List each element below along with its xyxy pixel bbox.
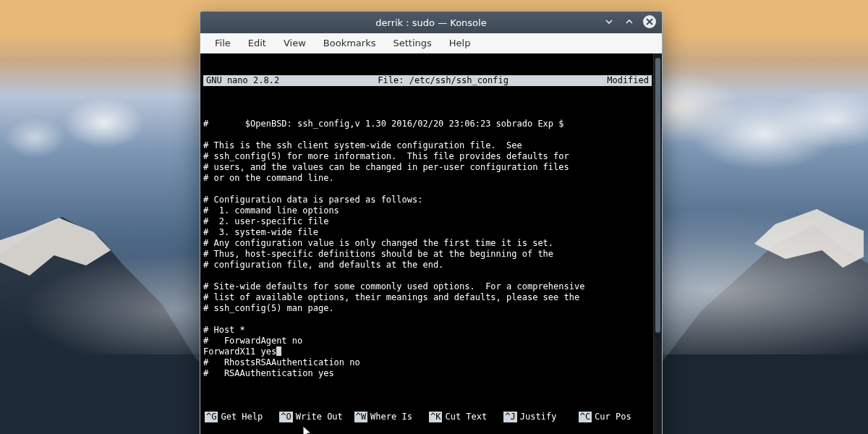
nano-line: # $OpenBSD: ssh_config,v 1.30 2016/02/20… (203, 119, 652, 129)
menu-file[interactable]: File (206, 35, 239, 51)
nano-line: # ForwardAgent no (203, 336, 652, 346)
window-maximize-button[interactable] (623, 15, 636, 28)
menubar: File Edit View Bookmarks Settings Help (200, 33, 662, 54)
text-cursor (276, 346, 281, 356)
nano-line: # or on the command line. (203, 173, 652, 184)
nano-line (203, 184, 652, 195)
nano-line: # 2. user-specific file (203, 216, 652, 227)
shortcut-key: ^O (279, 412, 292, 422)
menu-edit[interactable]: Edit (239, 35, 275, 51)
nano-footer-row-1: ^GGet Help^OWrite Out^WWhere Is^KCut Tex… (203, 412, 652, 422)
window-close-button[interactable] (643, 15, 656, 28)
window-title: derrik : sudo — Konsole (375, 17, 486, 28)
konsole-window: derrik : sudo — Konsole File Edit View B… (200, 11, 663, 434)
nano-shortcut: ^GGet Help (203, 412, 278, 422)
terminal-viewport[interactable]: GNU nano 2.8.2 File: /etc/ssh/ssh_config… (200, 54, 653, 434)
nano-line (203, 379, 652, 390)
menu-settings[interactable]: Settings (384, 35, 440, 51)
shortcut-label: Where Is (370, 412, 412, 422)
nano-line: # Thus, host-specific definitions should… (203, 249, 652, 260)
shortcut-key: ^C (579, 412, 592, 422)
shortcut-label: Cut Text (445, 412, 487, 422)
nano-shortcut: ^JJustify (502, 412, 576, 422)
nano-shortcut: ^KCut Text (427, 412, 502, 422)
nano-line: # RhostsRSAAuthentication no (203, 357, 652, 368)
nano-line (203, 108, 652, 119)
nano-line: # RSAAuthentication yes (203, 368, 652, 379)
menu-bookmarks[interactable]: Bookmarks (315, 35, 385, 51)
shortcut-label: Cur Pos (595, 412, 631, 422)
window-minimize-button[interactable] (603, 15, 616, 28)
nano-line: # ssh_config(5) man page. (203, 303, 652, 314)
nano-line (203, 271, 652, 281)
terminal-scrollbar[interactable] (653, 54, 662, 434)
nano-line: # ssh_config(5) for more information. Th… (203, 151, 652, 162)
menu-view[interactable]: View (275, 35, 315, 51)
nano-line: # configuration file, and defaults at th… (203, 260, 652, 271)
nano-line (203, 129, 652, 140)
nano-line: # list of available options, their meani… (203, 292, 652, 303)
nano-shortcut: ^WWhere Is (353, 412, 427, 422)
window-titlebar[interactable]: derrik : sudo — Konsole (200, 12, 662, 33)
shortcut-key: ^G (205, 412, 218, 422)
nano-modified-flag: Modified (607, 75, 649, 86)
shortcut-key: ^W (354, 412, 367, 422)
nano-line: ForwardX11 yes (203, 346, 652, 357)
nano-line: # Host * (203, 325, 652, 336)
nano-version: GNU nano 2.8.2 (206, 75, 279, 86)
nano-line: # Configuration data is parsed as follow… (203, 195, 652, 205)
shortcut-label: Get Help (221, 412, 263, 422)
mouse-cursor-icon (302, 425, 314, 434)
shortcut-label: Justify (520, 412, 557, 422)
scrollbar-thumb[interactable] (655, 58, 660, 333)
nano-line: # users, and the values can be changed i… (203, 162, 652, 173)
nano-line: # Site-wide defaults for some commonly u… (203, 281, 652, 292)
nano-line (203, 314, 652, 325)
nano-file-label: File: /etc/ssh/ssh_config (279, 75, 607, 86)
nano-body[interactable]: # $OpenBSD: ssh_config,v 1.30 2016/02/20… (203, 108, 652, 390)
shortcut-key: ^J (503, 412, 516, 422)
nano-line: # This is the ssh client system-wide con… (203, 140, 652, 151)
menu-help[interactable]: Help (441, 35, 480, 51)
shortcut-key: ^K (429, 412, 442, 422)
nano-line: # Any configuration value is only change… (203, 238, 652, 249)
nano-header: GNU nano 2.8.2 File: /etc/ssh/ssh_config… (203, 75, 652, 86)
nano-shortcut: ^CCur Pos (577, 412, 652, 422)
nano-line: # 1. command line options (203, 205, 652, 216)
shortcut-label: Write Out (296, 412, 343, 422)
nano-shortcut: ^OWrite Out (278, 412, 352, 422)
nano-line: # 3. system-wide file (203, 227, 652, 238)
